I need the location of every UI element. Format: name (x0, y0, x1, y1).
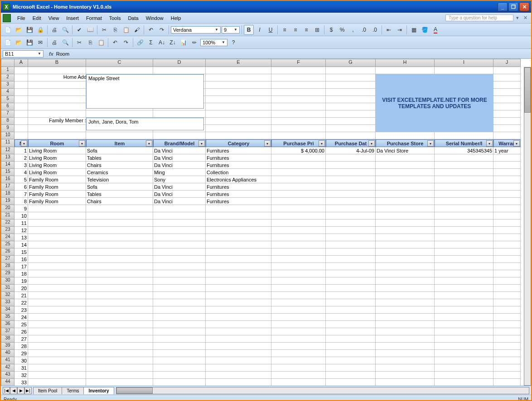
cell[interactable]: 7 (15, 191, 28, 198)
cell[interactable]: 18 (15, 270, 28, 277)
cell[interactable] (493, 364, 521, 372)
menu-view[interactable]: View (45, 14, 63, 22)
cell[interactable] (86, 321, 153, 328)
cell[interactable] (271, 372, 326, 379)
row-header[interactable]: 3 (1, 81, 15, 89)
cell[interactable] (153, 372, 206, 379)
cell[interactable] (493, 379, 521, 386)
cell[interactable]: 20 (15, 285, 28, 292)
cell[interactable] (15, 89, 28, 96)
cell[interactable] (28, 314, 86, 321)
cell[interactable] (86, 110, 153, 118)
cell[interactable] (28, 285, 86, 292)
cell[interactable] (326, 306, 376, 314)
cell[interactable] (326, 299, 376, 306)
cell[interactable] (206, 110, 271, 118)
cell[interactable]: 6 (15, 183, 28, 191)
cell[interactable] (28, 67, 86, 74)
cell[interactable] (376, 183, 435, 191)
cell[interactable] (376, 241, 435, 248)
row-header[interactable]: 12 (1, 147, 15, 154)
cell[interactable] (28, 248, 86, 256)
cell[interactable] (206, 343, 271, 350)
cell[interactable] (376, 292, 435, 299)
row-header[interactable]: 21 (1, 212, 15, 220)
cell[interactable] (435, 241, 493, 248)
cell[interactable] (28, 241, 86, 248)
cell[interactable] (271, 364, 326, 372)
cell[interactable] (271, 220, 326, 227)
cell[interactable] (326, 191, 376, 198)
column-header-D[interactable]: D (153, 59, 206, 67)
cell[interactable] (435, 372, 493, 379)
zoom-select[interactable]: 100%▼ (200, 39, 227, 46)
cell[interactable] (206, 67, 271, 74)
cell[interactable] (271, 292, 326, 299)
row-header[interactable]: 37 (1, 328, 15, 335)
filter-dropdown-icon[interactable]: ▼ (21, 140, 27, 147)
cell[interactable] (493, 103, 521, 110)
row-header[interactable]: 23 (1, 227, 15, 234)
cell[interactable] (435, 321, 493, 328)
tb2-print-icon[interactable]: 🖨 (49, 38, 59, 48)
cell[interactable] (376, 169, 435, 176)
cell[interactable]: Sofa (86, 183, 153, 191)
fx-icon[interactable]: fx (49, 51, 53, 57)
help-search-input[interactable]: Type a question for help (445, 14, 513, 21)
cell[interactable] (326, 379, 376, 386)
filter-header-n[interactable]: N▼ (15, 139, 28, 147)
cell[interactable]: 10 (15, 212, 28, 220)
cell[interactable] (326, 198, 376, 205)
merge-center-icon[interactable]: ⊞ (312, 25, 322, 35)
cell[interactable] (206, 328, 271, 335)
cell[interactable] (153, 357, 206, 364)
cell[interactable]: 25 (15, 321, 28, 328)
cell[interactable]: Ming (153, 169, 206, 176)
tb2-new-icon[interactable]: 📄 (3, 38, 13, 48)
preview-icon[interactable]: 🔍 (60, 25, 70, 35)
font-name-select[interactable]: Verdana▼ (171, 26, 221, 33)
cell[interactable]: 12 (15, 227, 28, 234)
cell[interactable]: 11 (15, 220, 28, 227)
tb2-open-icon[interactable]: 📂 (14, 38, 24, 48)
cell[interactable] (206, 277, 271, 285)
cell[interactable]: Furnitures (206, 154, 271, 162)
cell[interactable] (28, 89, 86, 96)
row-header[interactable]: 20 (1, 205, 15, 212)
cell[interactable]: 14 (15, 241, 28, 248)
cell[interactable] (15, 74, 28, 81)
cell[interactable] (206, 263, 271, 270)
menu-tools[interactable]: Tools (106, 14, 125, 22)
cell[interactable] (326, 241, 376, 248)
cell[interactable] (206, 364, 271, 372)
cell[interactable] (326, 248, 376, 256)
cell[interactable] (326, 125, 376, 132)
cell[interactable] (376, 248, 435, 256)
increase-decimal-icon[interactable]: .0 (359, 25, 369, 35)
cell[interactable] (271, 212, 326, 220)
cell[interactable] (493, 110, 521, 118)
cell[interactable] (376, 176, 435, 183)
cell[interactable] (376, 191, 435, 198)
cell[interactable] (493, 248, 521, 256)
research-icon[interactable]: 📖 (85, 25, 95, 35)
cell[interactable] (153, 220, 206, 227)
cell[interactable] (86, 227, 153, 234)
cell[interactable] (493, 277, 521, 285)
cell[interactable] (206, 118, 271, 125)
cell[interactable] (271, 306, 326, 314)
filter-header-item[interactable]: Item▼ (86, 139, 153, 147)
cell[interactable] (271, 227, 326, 234)
cell[interactable] (86, 248, 153, 256)
cell[interactable]: Tables (86, 191, 153, 198)
row-header[interactable]: 31 (1, 285, 15, 292)
cell[interactable] (153, 110, 206, 118)
cell[interactable] (493, 169, 521, 176)
chart-wizard-icon[interactable]: 📊 (179, 38, 189, 48)
cell[interactable]: Sofa (86, 147, 153, 154)
cell[interactable] (86, 314, 153, 321)
cell[interactable] (271, 314, 326, 321)
cell[interactable] (493, 74, 521, 81)
menu-window[interactable]: Window (142, 14, 167, 22)
filter-header-purchase-store[interactable]: Purchase Store▼ (376, 139, 435, 147)
